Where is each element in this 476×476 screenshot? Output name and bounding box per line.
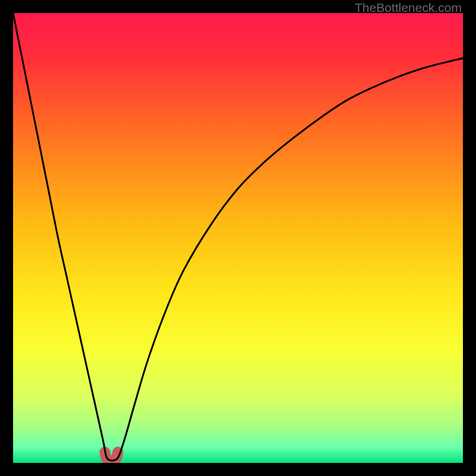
bottleneck-curve: [13, 13, 463, 461]
chart-svg: [13, 13, 463, 463]
watermark-text: TheBottleneck.com: [355, 1, 462, 15]
plot-area: [13, 13, 463, 463]
